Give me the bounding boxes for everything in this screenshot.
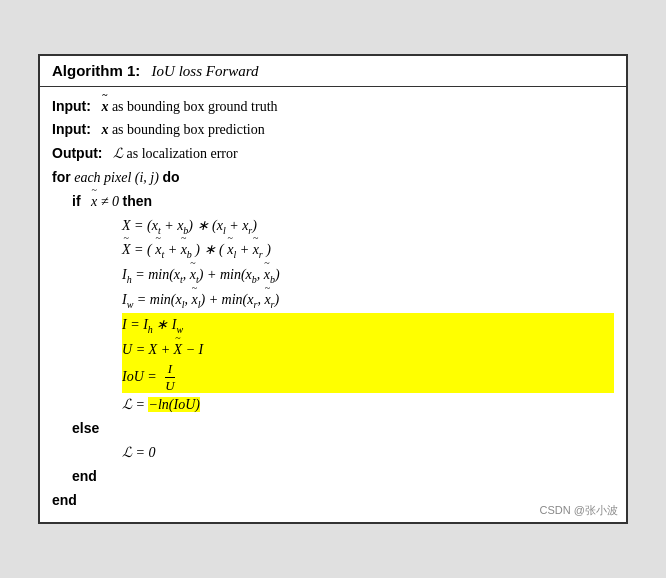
input1-var: x ~ [101, 95, 108, 119]
else-eq-text: ℒ = 0 [122, 445, 155, 460]
end-if-keyword: end [72, 468, 97, 484]
eq1-text: X = (xt + xb) ∗ (xl + xr) [122, 218, 257, 233]
if-keyword: if [72, 193, 81, 209]
algorithm-box: Algorithm 1: IoU loss Forward Input: x ~… [38, 54, 628, 525]
for-line: for each pixel (i, j) do [52, 166, 614, 190]
eq4-text: Iw = min(xl, x~l) + min(xr, x~r) [122, 292, 279, 307]
do-keyword: do [162, 169, 179, 185]
eq7-line: IoU = I U [122, 361, 614, 393]
if-var: x ~ [91, 190, 97, 214]
for-keyword: for [52, 169, 71, 185]
output-var: ℒ [113, 146, 123, 161]
else-line: else [72, 417, 614, 441]
input2-var: x [101, 122, 108, 137]
end-if-line: end [72, 465, 614, 489]
output-keyword: Output: [52, 145, 103, 161]
eq8-text: ℒ = −ln(IoU) [122, 397, 200, 412]
output-desc: as localization error [127, 146, 238, 161]
algorithm-body: Input: x ~ as bounding box ground truth … [40, 87, 626, 523]
eq4-line: Iw = min(xl, x~l) + min(xr, x~r) [122, 288, 614, 313]
input2-keyword: Input: [52, 121, 91, 137]
else-eq-line: ℒ = 0 [122, 441, 614, 465]
eq1-line: X = (xt + xb) ∗ (xl + xr) [122, 214, 614, 239]
else-keyword: else [72, 420, 99, 436]
then-keyword: then [122, 193, 152, 209]
eq8-line: ℒ = −ln(IoU) [122, 393, 614, 417]
eq2-text: X~ = ( x~t + x~b ) ∗ ( x~l + x~r ) [122, 242, 271, 257]
input1-keyword: Input: [52, 98, 91, 114]
algorithm-label: Algorithm 1: [52, 62, 140, 79]
end-for-line: end [52, 489, 614, 513]
algorithm-header: Algorithm 1: IoU loss Forward [40, 56, 626, 87]
eq5-line: I = Ih ∗ Iw [122, 313, 614, 338]
if-line: if x ~ ≠ 0 then [72, 190, 614, 214]
for-desc: each pixel (i, j) [74, 170, 162, 185]
watermark: CSDN @张小波 [540, 503, 618, 518]
eq6-line: U = X + X~ − I [122, 338, 614, 362]
output-line: Output: ℒ as localization error [52, 142, 614, 166]
eq6-text: U = X + X~ − I [122, 342, 203, 357]
if-neq: ≠ 0 [101, 194, 123, 209]
eq3-text: Ih = min(xt, x~t) + min(xb, x~b) [122, 267, 280, 282]
eq7-text: IoU = I U [122, 369, 180, 384]
input2-desc: as bounding box prediction [112, 122, 265, 137]
input1-desc: as bounding box ground truth [112, 99, 278, 114]
end-for-keyword: end [52, 492, 77, 508]
eq5-text: I = Ih ∗ Iw [122, 317, 183, 332]
input1-line: Input: x ~ as bounding box ground truth [52, 95, 614, 119]
input2-line: Input: x as bounding box prediction [52, 118, 614, 142]
algorithm-title: IoU loss Forward [152, 63, 259, 79]
